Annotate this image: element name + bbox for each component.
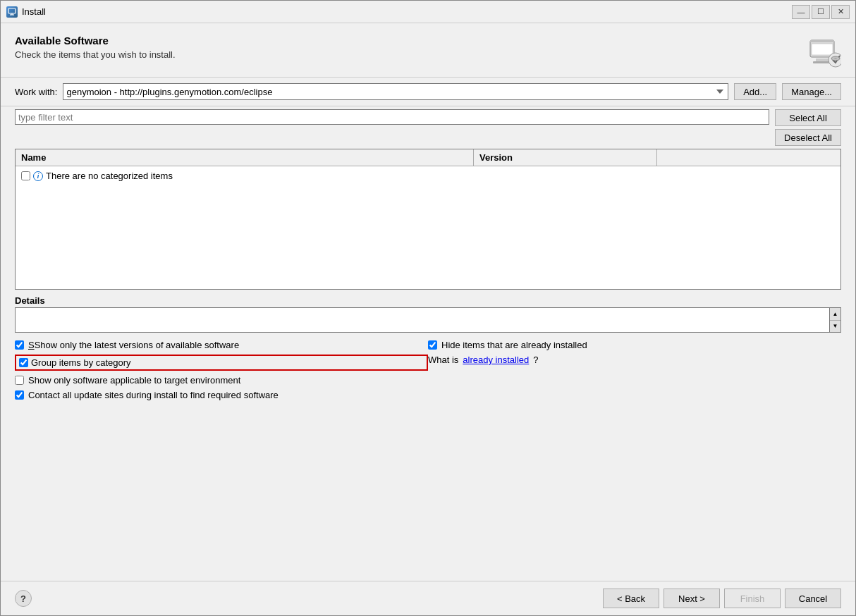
already-installed-link[interactable]: already installed (463, 355, 529, 365)
col-version-header: Version (474, 149, 657, 166)
col-extra-header (657, 149, 840, 166)
table-body: i There are no categorized items (16, 166, 840, 289)
next-button[interactable]: Next > (664, 589, 720, 608)
details-scroll-up-button[interactable]: ▲ (830, 308, 840, 321)
manage-button[interactable]: Manage... (782, 83, 841, 100)
options-left: SShow only the latest versions of availa… (15, 340, 428, 400)
page-subtitle: Check the items that you wish to install… (15, 49, 176, 60)
filter-input[interactable] (15, 109, 769, 125)
footer-left: ? (15, 590, 32, 607)
row-checkbox-area: i There are no categorized items (21, 171, 173, 181)
svg-point-10 (834, 58, 837, 59)
minimize-button[interactable]: — (792, 5, 810, 19)
row-name: There are no categorized items (46, 171, 173, 181)
contact-all-label: Contact all update sites during install … (28, 390, 279, 400)
options-columns: SShow only the latest versions of availa… (15, 340, 841, 400)
work-with-row: Work with: genymoion - http://plugins.ge… (1, 78, 855, 106)
header-section: Available Software Check the items that … (1, 23, 855, 78)
show-applicable-checkbox[interactable] (15, 376, 24, 385)
deselect-all-button[interactable]: Deselect All (775, 129, 841, 146)
hide-installed-row: Hide items that are already installed (428, 340, 841, 350)
show-latest-row: SShow only the latest versions of availa… (15, 340, 428, 350)
details-scroll-down-button[interactable]: ▼ (830, 321, 840, 333)
table-row: i There are no categorized items (16, 169, 840, 183)
spacer (1, 407, 855, 581)
install-window: Install — ☐ ✕ Available Software Check t… (0, 0, 856, 616)
col-name-header: Name (16, 149, 474, 166)
svg-rect-4 (810, 40, 834, 42)
add-button[interactable]: Add... (734, 83, 776, 100)
group-by-category-label: Group items by category (31, 357, 131, 368)
hide-installed-label: Hide items that are already installed (441, 340, 587, 350)
group-by-category-checkbox[interactable] (19, 358, 28, 367)
footer: ? < Back Next > Finish Cancel (1, 581, 855, 615)
info-icon: i (33, 171, 43, 181)
app-icon (6, 6, 18, 18)
close-button[interactable]: ✕ (831, 5, 850, 19)
help-button[interactable]: ? (15, 590, 32, 607)
svg-rect-5 (812, 44, 833, 55)
options-right: Hide items that are already installed Wh… (428, 340, 841, 400)
already-installed-suffix: ? (533, 355, 538, 365)
table-wrapper: Name Version i There are no categorized … (15, 149, 841, 290)
show-applicable-row: Show only software applicable to target … (15, 375, 428, 386)
titlebar: Install — ☐ ✕ (1, 1, 855, 23)
header-text: Available Software Check the items that … (15, 35, 176, 60)
footer-right: < Back Next > Finish Cancel (603, 589, 841, 608)
details-section: Details ▲ ▼ (15, 295, 841, 333)
finish-button[interactable]: Finish (724, 589, 781, 608)
window-controls: — ☐ ✕ (792, 5, 850, 19)
hide-installed-checkbox[interactable] (428, 340, 437, 350)
contact-all-row: Contact all update sites during install … (15, 390, 428, 400)
work-with-label: Work with: (15, 87, 57, 97)
show-applicable-label: Show only software applicable to target … (28, 375, 240, 386)
svg-rect-6 (816, 58, 829, 61)
back-button[interactable]: < Back (603, 589, 659, 608)
group-by-category-highlighted: Group items by category (15, 355, 428, 371)
details-content (15, 307, 830, 333)
what-is-row: What is already installed ? (428, 355, 841, 365)
contact-all-checkbox[interactable] (15, 390, 24, 400)
software-table: Name Version i There are no categorized … (15, 149, 841, 290)
what-is-text: What is (428, 355, 458, 365)
cancel-button[interactable]: Cancel (785, 589, 841, 608)
details-label: Details (15, 295, 841, 306)
install-icon (807, 35, 841, 68)
select-all-button[interactable]: Select All (775, 109, 841, 126)
options-section: SShow only the latest versions of availa… (1, 333, 855, 407)
show-latest-checkbox[interactable] (15, 340, 24, 350)
window-title: Install (22, 6, 792, 17)
show-latest-label: SShow only the latest versions of availa… (28, 340, 239, 350)
svg-rect-0 (8, 8, 16, 13)
row-checkbox[interactable] (21, 171, 30, 180)
page-title: Available Software (15, 35, 176, 47)
maximize-button[interactable]: ☐ (812, 5, 830, 19)
table-header: Name Version (16, 149, 840, 166)
work-with-select[interactable]: genymoion - http://plugins.genymotion.co… (63, 83, 728, 100)
